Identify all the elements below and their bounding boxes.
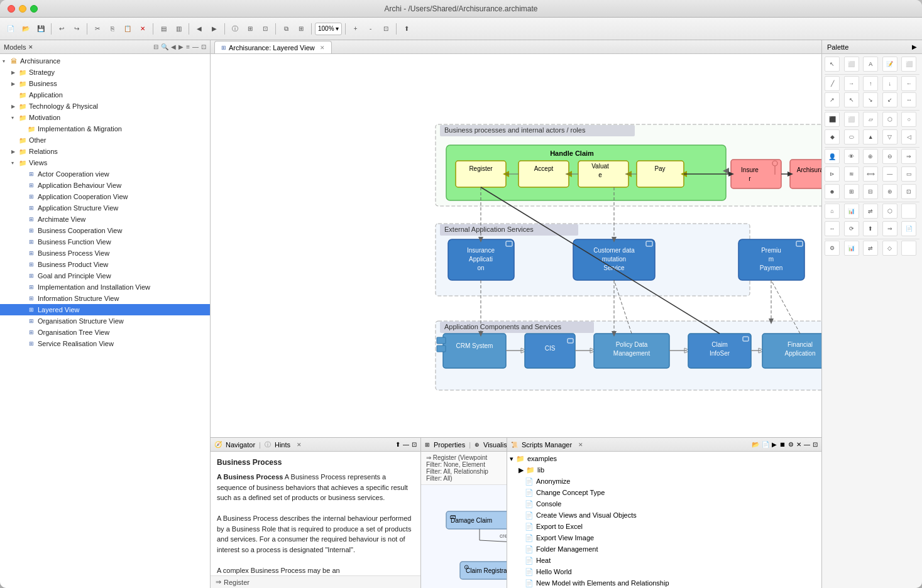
script-change-concept[interactable]: 📄 Change Concept Type: [507, 487, 821, 498]
scripts-settings-btn[interactable]: ⚙: [788, 441, 794, 448]
flow-tool[interactable]: ⊳: [825, 166, 840, 182]
script-console[interactable]: 📄 Console: [507, 498, 821, 509]
info-btn[interactable]: ⓘ: [228, 22, 242, 36]
text-tool[interactable]: A: [863, 57, 878, 72]
tab-close-btn[interactable]: ✕: [320, 45, 325, 51]
tree-item-business[interactable]: ▶ 📁 Business: [0, 78, 210, 89]
oval-tool[interactable]: ⬭: [844, 129, 859, 144]
tree-item-biz-coop[interactable]: ⊞ Business Cooperation View: [0, 225, 210, 236]
tree-item-biz-proc[interactable]: ⊞ Business Process View: [0, 248, 210, 259]
cycle-tool[interactable]: ⟳: [844, 221, 859, 236]
export-btn[interactable]: ⬆: [400, 22, 414, 36]
tree-item-impl-install[interactable]: ⊞ Implementation and Installation View: [0, 281, 210, 293]
hex-tool[interactable]: ⬡: [882, 112, 897, 127]
scripts-file-btn[interactable]: 📄: [762, 441, 769, 448]
tree-item-relations[interactable]: ▶ 📁 Relations: [0, 146, 210, 157]
scripts-close[interactable]: ✕: [578, 442, 583, 448]
scripts-stop-btn[interactable]: ⏹: [779, 441, 786, 448]
scripts-folder-btn[interactable]: 📂: [752, 441, 759, 448]
tri-down-tool[interactable]: ▽: [882, 129, 897, 144]
script-folder-mgmt[interactable]: 📄 Folder Management: [507, 543, 821, 555]
tree-item-impl[interactable]: 📁 Implementation & Migration: [0, 123, 210, 134]
cut-btn[interactable]: ✂: [91, 22, 104, 36]
scripts-delete-btn[interactable]: ✕: [796, 441, 801, 448]
hints-close[interactable]: ✕: [297, 442, 302, 448]
layout-btn[interactable]: ⊞: [294, 22, 308, 36]
nav-max-btn[interactable]: ⊡: [412, 441, 417, 448]
arrow2-tool[interactable]: ⇌: [863, 204, 878, 219]
tree-item-org-tree[interactable]: ⊞ Organisation Tree View: [0, 327, 210, 338]
rect-outline-tool[interactable]: ⬜: [844, 112, 859, 127]
layer-btn[interactable]: ⧉: [279, 22, 293, 36]
tree-item-motivation[interactable]: ▾ 📁 Motivation: [0, 112, 210, 123]
rect-tool[interactable]: ⬛: [825, 112, 840, 127]
diamond-tool[interactable]: ◆: [825, 129, 840, 144]
palette-expand-btn[interactable]: ▶: [912, 43, 917, 50]
paste-btn[interactable]: 📋: [121, 22, 134, 36]
navigator-label[interactable]: Navigator: [226, 441, 255, 449]
open-btn[interactable]: 📂: [19, 22, 33, 36]
chart-tool[interactable]: 📊: [844, 204, 859, 219]
new-btn[interactable]: 📄: [4, 22, 18, 36]
circle-tool[interactable]: ○: [901, 112, 916, 127]
scripts-minus-btn[interactable]: —: [804, 441, 810, 448]
tree-item-tech[interactable]: ▶ 📁 Technology & Physical: [0, 101, 210, 112]
circles-tool[interactable]: ⊕: [863, 149, 878, 164]
scripts-folder-examples[interactable]: ▾ 📁 examples: [507, 453, 821, 464]
save-btn[interactable]: 💾: [34, 22, 48, 36]
script-anonymize[interactable]: 📄 Anonymize: [507, 476, 821, 487]
tree-item-application[interactable]: 📁 Application: [0, 89, 210, 101]
marquee-tool[interactable]: ⬜: [844, 57, 859, 72]
properties-label[interactable]: Properties: [434, 441, 465, 449]
arrow-left-tool[interactable]: ←: [901, 76, 916, 91]
tri-left-tool[interactable]: ◁: [901, 129, 916, 144]
zoom-in-btn[interactable]: +: [349, 22, 363, 36]
diamond2-tool[interactable]: ◇: [882, 241, 897, 256]
nav-export-btn[interactable]: ⬆: [395, 441, 400, 448]
zoom-dropdown-icon[interactable]: ▾: [336, 25, 339, 32]
script-export-image[interactable]: 📄 Export View Image: [507, 532, 821, 543]
search-btn[interactable]: 🔍: [161, 43, 168, 50]
bar-tool[interactable]: 📊: [844, 241, 859, 256]
arrow-sw-tool[interactable]: ↙: [882, 92, 897, 107]
parallelogram-tool[interactable]: ▱: [863, 112, 878, 127]
tree-item-app-coop[interactable]: ⊞ Application Cooperation View: [0, 191, 210, 202]
file-tool[interactable]: 📄: [901, 221, 916, 236]
horiz2-tool[interactable]: —: [882, 166, 897, 182]
forward-btn[interactable]: ▶: [207, 22, 221, 36]
tri-up-tool[interactable]: ▲: [863, 129, 878, 144]
maximize-button[interactable]: [30, 5, 38, 13]
arrow-r-tool[interactable]: ⇒: [901, 149, 916, 164]
group-tool[interactable]: ⬜: [901, 57, 916, 72]
connect2-tool[interactable]: ⊟: [863, 184, 878, 199]
minus-circle-tool[interactable]: ⊖: [882, 149, 897, 164]
script-create-views[interactable]: 📄 Create Views and Visual Objects: [507, 509, 821, 521]
bidir-tool[interactable]: ↔: [901, 92, 916, 107]
empty-tool[interactable]: [901, 204, 916, 219]
dash-tool[interactable]: ⊡: [901, 184, 916, 199]
hexagon-tool[interactable]: ⬡: [882, 204, 897, 219]
up-tool[interactable]: ⬆: [863, 221, 878, 236]
tree-item-archimate[interactable]: ⊞ Archimate View: [0, 214, 210, 225]
rect2-tool[interactable]: ▭: [901, 166, 916, 182]
eye-tool[interactable]: 👁: [844, 149, 859, 164]
person-tool[interactable]: 👤: [825, 149, 840, 164]
tree-item-layered[interactable]: ⊞ Layered View: [0, 304, 210, 315]
flow2-tool[interactable]: ⊛: [882, 184, 897, 199]
right2-tool[interactable]: ⇒: [882, 221, 897, 236]
copy-btn[interactable]: ⎘: [106, 22, 119, 36]
tree-item-app-beh[interactable]: ⊞ Application Behaviour View: [0, 180, 210, 191]
gear-tool[interactable]: ⚙: [825, 241, 840, 256]
arrow-down-tool[interactable]: ↓: [882, 76, 897, 91]
panel-menu-btn[interactable]: ≡: [186, 43, 190, 50]
tree-item-other[interactable]: 📁 Other: [0, 134, 210, 146]
undo-btn[interactable]: ↩: [55, 22, 69, 36]
tree-item-views[interactable]: ▾ 📁 Views: [0, 157, 210, 168]
horiz-tool[interactable]: ⟺: [863, 166, 878, 182]
scripts-folder-lib[interactable]: ▶ 📁 lib: [507, 464, 821, 476]
minimize-button[interactable]: [19, 5, 26, 13]
tree-item-archisurance[interactable]: ▾ 🏛 Archisurance: [0, 55, 210, 67]
collapse-all-btn[interactable]: ⊟: [153, 43, 158, 50]
arrow4-tool[interactable]: ⇌: [863, 241, 878, 256]
arrow-se-tool[interactable]: ↘: [863, 92, 878, 107]
